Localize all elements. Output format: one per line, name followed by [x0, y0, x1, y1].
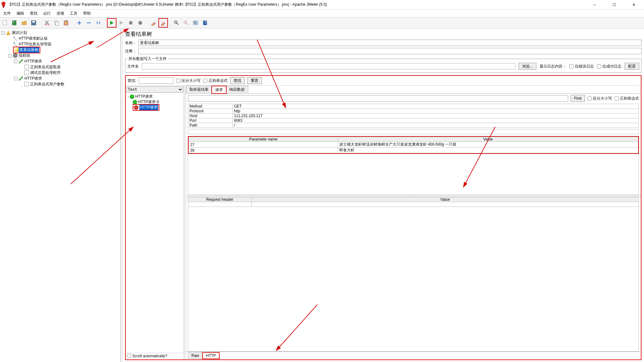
scroll-auto-checkbox[interactable] — [127, 354, 131, 358]
search-find-button[interactable]: 查找 — [230, 77, 245, 84]
clearall-icon[interactable] — [159, 19, 167, 27]
tree-item[interactable]: -线程组 — [1, 53, 120, 58]
search-case-checkbox[interactable] — [176, 79, 180, 83]
params-header-value: Value — [338, 137, 638, 142]
tree-item-label: 正则表达式用户参数 — [30, 82, 64, 87]
tree-item[interactable]: 调试后置处理程序 — [1, 70, 120, 76]
tab-response[interactable]: 响应数据 — [226, 86, 248, 93]
info-key: Path — [188, 123, 233, 128]
tree-item[interactable]: -HTTP请求 — [1, 76, 120, 81]
detail-pane: 取样器结果 请求 响应数据 Find 区分大小写 正则表达式 MethodGET… — [186, 86, 641, 359]
param-row[interactable]: 27波士顿大龙虾鲜活冰鲜海鲜水产大只装波龙澳洲龙虾 400-500g 一只装 — [189, 142, 638, 148]
menubar: 文件 编辑 查找 运行 选项 工具 帮助 — [0, 10, 644, 17]
menu-file[interactable]: 文件 — [3, 11, 11, 16]
tree-root[interactable]: 测试计划 — [12, 30, 27, 36]
search-input[interactable] — [139, 77, 174, 84]
find-button[interactable]: Find — [571, 95, 585, 102]
open-icon[interactable] — [20, 19, 28, 27]
close-button[interactable]: ✕ — [627, 1, 640, 9]
name-input[interactable] — [138, 40, 641, 46]
find-regex-label: 正则表达式 — [620, 96, 639, 101]
menu-run[interactable]: 运行 — [43, 11, 51, 16]
only-err-label: 仅错误日志 — [575, 64, 594, 69]
tree-item[interactable]: -HTTP请求 — [1, 58, 120, 64]
tab-request[interactable]: 请求 — [212, 86, 226, 94]
find-case-checkbox[interactable] — [588, 96, 592, 101]
tree-item[interactable]: 正则表达式用户参数 — [1, 81, 120, 87]
cut-icon[interactable] — [43, 19, 51, 27]
info-value: 111.231.103.117 — [233, 114, 639, 118]
svg-text:?: ? — [204, 21, 207, 25]
only-ok-checkbox[interactable] — [597, 64, 601, 69]
filename-input[interactable] — [142, 63, 515, 69]
tree-item[interactable]: 正则表达式提取器 — [1, 64, 120, 70]
samplers-tree[interactable]: -HTTP请求HTTP请求-0HTTP请求 — [126, 93, 184, 353]
comment-input[interactable] — [138, 48, 641, 54]
tab-http[interactable]: HTTP — [202, 352, 219, 359]
menu-help[interactable]: 帮助 — [83, 11, 91, 16]
tree-item[interactable]: HTTP信息头管理器 — [1, 41, 120, 47]
bottom-tabs: Raw HTTP — [186, 352, 641, 359]
expand-icon[interactable] — [76, 19, 83, 27]
clear-icon[interactable] — [150, 19, 157, 27]
req-header-value: Value — [252, 197, 639, 202]
menu-edit[interactable]: 编辑 — [17, 11, 24, 16]
param-value: 即食大虾 — [338, 148, 638, 153]
search-icon[interactable] — [173, 19, 180, 27]
toggle-icon[interactable]: - — [8, 54, 12, 57]
sampler-item[interactable]: -HTTP请求 — [126, 94, 183, 99]
browse-button[interactable]: 浏览... — [519, 63, 536, 70]
config-button[interactable]: 配置 — [625, 63, 639, 70]
toggle-icon[interactable]: - — [14, 77, 17, 80]
comment-label: 注释： — [125, 49, 136, 54]
new-icon[interactable] — [1, 19, 9, 27]
tab-sampler-result[interactable]: 取样器结果 — [186, 86, 212, 93]
wrench-icon — [13, 42, 17, 46]
only-err-checkbox[interactable] — [569, 64, 574, 69]
scroll-auto-label: Scroll automatically? — [132, 354, 167, 358]
menu-options[interactable]: 选项 — [56, 11, 64, 16]
stop-icon[interactable] — [127, 19, 135, 27]
paste-icon[interactable] — [62, 19, 70, 27]
tab-raw[interactable]: Raw — [188, 352, 202, 359]
copy-icon[interactable] — [53, 19, 60, 27]
find-regex-checkbox[interactable] — [614, 96, 619, 101]
maximize-button[interactable]: ☐ — [608, 1, 621, 9]
test-plan-tree[interactable]: −测试计划 HTTP请求默认值HTTP信息头管理器查看结果树-线程组-HTTP请… — [1, 30, 120, 87]
menu-search[interactable]: 查找 — [30, 11, 37, 16]
toggle-icon[interactable]: - — [14, 60, 17, 63]
tree-item-label: HTTP请求默认值 — [19, 36, 48, 41]
start-notimers-icon[interactable] — [117, 19, 125, 27]
minimize-button[interactable]: ─ — [588, 1, 601, 9]
search-reset-button[interactable]: 重置 — [247, 77, 262, 84]
tree-item[interactable]: HTTP请求默认值 — [1, 36, 120, 41]
save-icon[interactable] — [30, 19, 37, 27]
find-input[interactable] — [188, 95, 568, 102]
collapse-icon[interactable] — [85, 19, 93, 27]
search-reset-icon[interactable] — [182, 19, 190, 27]
toggle-icon[interactable]: - — [128, 95, 129, 99]
toggle-icon[interactable]: − — [1, 31, 5, 35]
flask-icon — [6, 30, 10, 35]
function-helper-icon[interactable]: fx — [192, 19, 199, 27]
info-key: Protocol — [188, 109, 233, 114]
start-icon[interactable] — [108, 19, 116, 27]
search-regex-label: 正则表达式 — [209, 78, 228, 83]
toggle-icon[interactable] — [95, 19, 102, 27]
search-regex-checkbox[interactable] — [203, 79, 207, 83]
tree-item[interactable]: 查看结果树 — [1, 47, 120, 53]
svg-rect-1 — [12, 21, 16, 25]
menu-tools[interactable]: 工具 — [70, 11, 77, 16]
shutdown-icon[interactable] — [136, 19, 144, 27]
param-row[interactable]: 39即食大虾 — [189, 148, 638, 153]
titlebar: 【P22】正则表达式用户参数（RegEx User Parameters）.jm… — [0, 0, 644, 10]
info-key: Method — [188, 104, 233, 109]
templates-icon[interactable] — [11, 19, 18, 27]
help-icon[interactable]: ? — [201, 19, 209, 27]
sampler-item[interactable]: HTTP请求 — [126, 105, 183, 110]
render-select[interactable]: Text — [126, 86, 183, 93]
params-header-name: Parameter name — [189, 137, 338, 142]
panel-title: 查看结果树 — [125, 30, 641, 38]
params-table: Parameter nameValue 27波士顿大龙虾鲜活冰鲜海鲜水产大只装波… — [189, 137, 638, 153]
sampler-item-label: HTTP请求 — [139, 105, 158, 110]
